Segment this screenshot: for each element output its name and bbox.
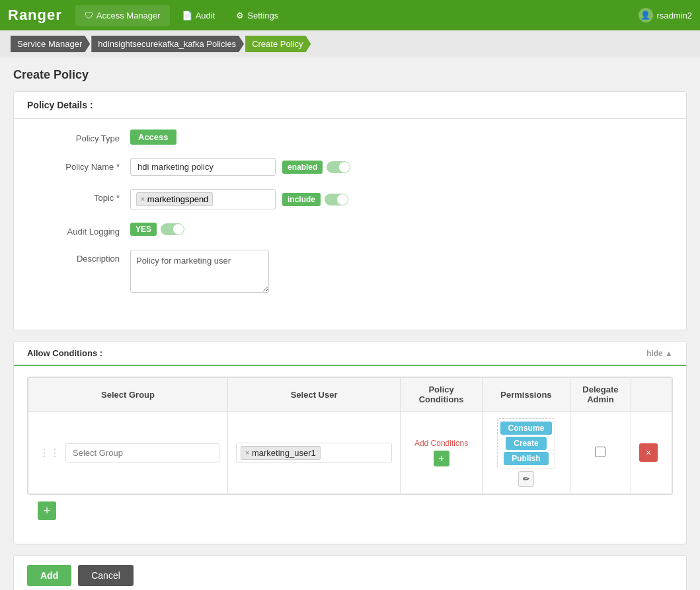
th-select-user: Select User (228, 378, 401, 412)
table-header-row: Select Group Select User PolicyCondition… (28, 378, 672, 412)
th-permissions: Permissions (483, 378, 570, 412)
perm-consume[interactable]: Consume (500, 422, 553, 435)
th-select-group: Select Group (28, 378, 228, 412)
td-delete: × (631, 412, 672, 494)
username-label: rsadmin2 (657, 11, 692, 20)
add-conditions-link[interactable]: Add Conditions (408, 439, 474, 448)
td-delegate-admin (570, 412, 631, 494)
audit-logging-label: Audit Logging (34, 223, 120, 237)
breadcrumb-service-manager[interactable]: Service Manager (11, 36, 90, 52)
user-avatar-icon: 👤 (639, 8, 653, 22)
td-select-group: ⋮⋮ (28, 412, 228, 494)
topic-tag: × marketingspend (136, 192, 213, 206)
perm-badges-list: Consume Create Publish (500, 422, 553, 465)
conditions-table-wrapper: Select Group Select User PolicyCondition… (14, 366, 686, 537)
bottom-actions: Add Cancel (13, 555, 687, 590)
policy-type-row: Policy Type Access (34, 129, 666, 145)
page-content: Create Policy Policy Details : Policy Ty… (0, 57, 700, 590)
user-tag-remove[interactable]: × (245, 449, 249, 457)
policy-type-badge: Access (130, 129, 176, 145)
nav-access-manager-label: Access Manager (97, 11, 161, 20)
gear-icon: ⚙ (236, 11, 244, 20)
audit-logging-control: YES (130, 223, 666, 236)
select-group-input[interactable] (65, 443, 219, 462)
description-textarea[interactable]: Policy for marketing user (130, 250, 269, 293)
th-actions (631, 378, 672, 412)
top-navigation: Ranger 🛡 Access Manager 📄 Audit ⚙ Settin… (0, 0, 700, 30)
shield-icon: 🛡 (85, 11, 93, 20)
breadcrumb-create-policy[interactable]: Create Policy (245, 36, 311, 52)
user-tag: × marketing_user1 (241, 446, 321, 460)
audit-logging-row: Audit Logging YES (34, 223, 666, 237)
perm-publish[interactable]: Publish (504, 452, 548, 465)
edit-permissions-btn[interactable]: ✏ (518, 471, 534, 487)
audit-logging-yes-label: YES (130, 223, 157, 236)
allow-conditions-card: Allow Conditions : hide ▲ Select Group S… (13, 341, 687, 544)
topic-row: Topic * × marketingspend include (34, 189, 666, 209)
policy-name-label: Policy Name * (34, 158, 120, 172)
topic-include-toggle-container: include (282, 193, 348, 206)
td-select-user: × marketing_user1 (228, 412, 401, 494)
th-policy-conditions: PolicyConditions (401, 378, 483, 412)
policy-name-row: Policy Name * enabled (34, 158, 666, 176)
allow-conditions-table: Select Group Select User PolicyCondition… (28, 377, 672, 494)
nav-audit[interactable]: 📄 Audit (173, 5, 225, 26)
topic-label: Topic * (34, 189, 120, 203)
td-permissions: Consume Create Publish ✏ (483, 412, 570, 494)
nav-items: 🛡 Access Manager 📄 Audit ⚙ Settings (75, 5, 639, 26)
add-button[interactable]: Add (27, 565, 71, 586)
description-row: Description Policy for marketing user (34, 250, 666, 293)
policy-type-label: Policy Type (34, 129, 120, 143)
policy-name-input[interactable] (130, 158, 276, 176)
user-tag-value: marketing_user1 (252, 448, 316, 458)
audit-logging-toggle[interactable] (161, 223, 184, 235)
nav-audit-label: Audit (196, 11, 215, 20)
topic-tag-value: marketingspend (147, 194, 209, 204)
table-header: Select Group Select User PolicyCondition… (28, 378, 672, 412)
topic-tag-text-input[interactable] (215, 194, 255, 204)
conditions-table: Select Group Select User PolicyCondition… (27, 377, 673, 495)
nav-settings-label: Settings (247, 11, 278, 20)
user-tag-row: × marketing_user1 (236, 443, 392, 463)
user-info: 👤 rsadmin2 (639, 8, 692, 22)
td-policy-conditions: Add Conditions + (401, 412, 483, 494)
policy-enabled-label: enabled (282, 161, 323, 174)
topic-tag-remove[interactable]: × (141, 196, 145, 203)
nav-access-manager[interactable]: 🛡 Access Manager (75, 5, 170, 26)
cancel-button[interactable]: Cancel (78, 565, 134, 586)
policy-name-control: enabled (130, 158, 666, 176)
app-brand: Ranger (8, 7, 62, 24)
file-icon: 📄 (182, 11, 192, 20)
audit-logging-toggle-container: YES (130, 223, 184, 236)
add-conditions-btn[interactable]: + (434, 451, 449, 466)
page-title: Create Policy (13, 68, 687, 82)
hide-link[interactable]: hide ▲ (646, 349, 673, 358)
topic-include-label: include (282, 193, 321, 206)
policy-type-control: Access (130, 129, 666, 145)
policy-details-header: Policy Details : (14, 92, 686, 119)
description-label: Description (34, 250, 120, 264)
permissions-area: Consume Create Publish ✏ (490, 418, 562, 487)
th-delegate-admin: DelegateAdmin (570, 378, 631, 412)
policy-details-body: Policy Type Access Policy Name * enabled (14, 119, 686, 316)
perm-badges: Consume Create Publish (497, 418, 556, 468)
table-row: ⋮⋮ × marketing_user1 (28, 412, 672, 494)
breadcrumb: Service Manager hdinsightsecurekafka_kaf… (0, 30, 700, 57)
topic-tag-input[interactable]: × marketingspend (130, 189, 276, 209)
topic-control: × marketingspend include (130, 189, 666, 209)
breadcrumb-kafka-policies[interactable]: hdinsightsecurekafka_kafka Policies (91, 36, 244, 52)
table-body: ⋮⋮ × marketing_user1 (28, 412, 672, 494)
policy-enabled-toggle-container: enabled (282, 161, 350, 174)
user-input[interactable] (323, 448, 363, 458)
allow-conditions-header: Allow Conditions : hide ▲ (14, 342, 686, 366)
delegate-admin-checkbox[interactable] (595, 447, 605, 457)
delete-row-btn[interactable]: × (639, 443, 658, 462)
perm-create[interactable]: Create (506, 437, 546, 450)
add-row-btn[interactable]: + (38, 501, 56, 520)
topic-include-toggle[interactable] (325, 194, 348, 205)
drag-handle-icon[interactable]: ⋮⋮ (36, 447, 63, 459)
description-control: Policy for marketing user (130, 250, 666, 293)
policy-details-card: Policy Details : Policy Type Access Poli… (13, 91, 687, 330)
nav-settings[interactable]: ⚙ Settings (227, 5, 288, 26)
policy-enabled-toggle[interactable] (327, 161, 350, 173)
